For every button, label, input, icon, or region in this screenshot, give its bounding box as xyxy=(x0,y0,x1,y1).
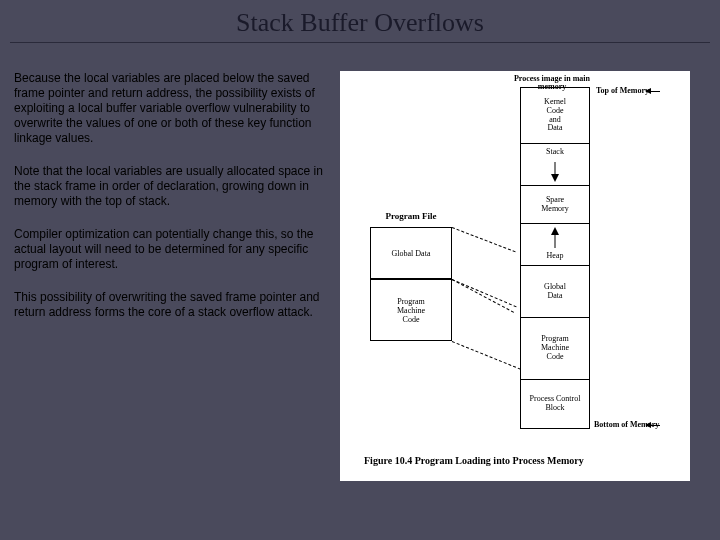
figure-caption: Figure 10.4 Program Loading into Process… xyxy=(348,449,682,466)
label-top-memory: Top of Memory xyxy=(596,87,666,95)
paragraph-2: Note that the local variables are usuall… xyxy=(14,164,324,209)
map-line-4 xyxy=(452,341,521,370)
pf-global-data-label: Global Data xyxy=(392,249,431,258)
memory-outer-box: Kernel Code and Data Stack Spare Memory … xyxy=(520,87,590,429)
figure: Process image in main memory Top of Memo… xyxy=(340,71,690,481)
mem-pcb: Process Control Block xyxy=(521,380,589,428)
mem-machine-code: Program Machine Code xyxy=(521,318,589,380)
content-row: Because the local variables are placed b… xyxy=(0,71,720,481)
map-line-3 xyxy=(452,279,514,313)
mem-pcb-label: Process Control Block xyxy=(521,380,589,428)
mem-global-data: Global Data xyxy=(521,266,589,318)
program-file-column: Global Data Program Machine Code xyxy=(370,227,452,341)
paragraph-4: This possibility of overwriting the save… xyxy=(14,290,324,320)
mem-heap: Heap xyxy=(521,224,589,266)
mem-spare: Spare Memory xyxy=(521,186,589,224)
memory-column: Kernel Code and Data Stack Spare Memory … xyxy=(520,87,590,429)
mem-mc-label: Program Machine Code xyxy=(521,318,589,379)
slide-title: Stack Buffer Overflows xyxy=(0,0,720,42)
stack-grow-down-icon xyxy=(551,174,559,182)
body-text: Because the local variables are placed b… xyxy=(14,71,324,481)
pf-machine-code-label: Program Machine Code xyxy=(397,297,425,324)
program-file-label: Program File xyxy=(370,211,452,221)
map-line-1 xyxy=(452,227,516,252)
title-rule xyxy=(10,42,710,43)
figure-canvas: Process image in main memory Top of Memo… xyxy=(348,79,682,449)
paragraph-1: Because the local variables are placed b… xyxy=(14,71,324,146)
pf-machine-code: Program Machine Code xyxy=(370,279,452,341)
mem-kernel: Kernel Code and Data xyxy=(521,88,589,144)
pf-global-data: Global Data xyxy=(370,227,452,279)
mem-gd-label: Global Data xyxy=(521,266,589,317)
mem-stack: Stack xyxy=(521,144,589,186)
paragraph-3: Compiler optimization can potentially ch… xyxy=(14,227,324,272)
mem-spare-label: Spare Memory xyxy=(521,186,589,223)
mem-kernel-label: Kernel Code and Data xyxy=(521,88,589,143)
label-bottom-memory: Bottom of Memory xyxy=(594,421,680,429)
